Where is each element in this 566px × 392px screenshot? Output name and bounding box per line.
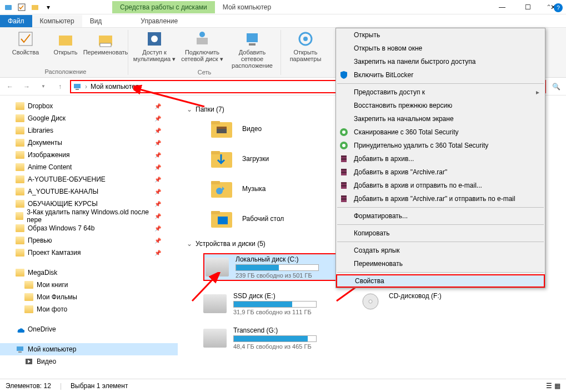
tab-manage[interactable]: Управление xyxy=(133,15,186,27)
forward-button[interactable]: → xyxy=(20,80,33,93)
maximize-button[interactable]: ☐ xyxy=(515,0,540,14)
search-icon[interactable]: 🔍 xyxy=(549,80,563,93)
qat-new-folder[interactable] xyxy=(29,1,41,13)
drive-item[interactable]: SSD диск (E:)31,9 ГБ свободно из 111 ГБ xyxy=(203,292,348,315)
map-drive-button[interactable]: Подключить сетевой диск ▾ xyxy=(181,30,224,62)
folder-name: Рабочий стол xyxy=(242,215,284,223)
tiles-view-icon[interactable]: ▦ xyxy=(554,382,560,390)
menu-item[interactable]: Закрепить на начальном экране xyxy=(336,112,545,125)
pin-icon: 📌 xyxy=(154,103,161,109)
menu-item[interactable]: Копировать xyxy=(336,227,545,240)
file-tab[interactable]: Файл xyxy=(0,15,32,27)
qat-dropdown[interactable]: ▾ xyxy=(42,1,54,13)
group-label: Расположение xyxy=(45,68,87,75)
menu-item[interactable]: Закрепить на панели быстрого доступа xyxy=(336,55,545,68)
tree-item[interactable]: OneDrive xyxy=(0,323,178,335)
item-count: Элементов: 12 xyxy=(6,382,51,390)
menu-item[interactable]: Добавить в архив "Archive.rar" xyxy=(336,165,545,179)
help-icon[interactable]: ? xyxy=(554,3,563,12)
qat-properties[interactable] xyxy=(16,1,28,13)
add-network-button[interactable]: Добавить сетевое расположение xyxy=(228,30,276,69)
svg-rect-9 xyxy=(197,38,208,44)
menu-separator xyxy=(337,272,544,273)
svg-rect-4 xyxy=(59,36,72,46)
tree-item[interactable]: Проект Камтазия📌 xyxy=(0,247,178,259)
svg-rect-22 xyxy=(211,121,220,124)
tree-item[interactable]: Anime Content📌 xyxy=(0,161,178,173)
drive-item[interactable]: Transcend (G:)48,4 ГБ свободно из 465 ГБ xyxy=(203,326,348,350)
back-button[interactable]: ← xyxy=(3,80,17,93)
tab-view[interactable]: Вид xyxy=(82,15,110,27)
tree-item[interactable]: 3-Как удалить папку Windows.old после пе… xyxy=(0,210,178,222)
svg-rect-40 xyxy=(341,155,347,157)
tree-item[interactable]: Документы📌 xyxy=(0,137,178,149)
ribbon-group-location: Свойства Открыть Переименовать Расположе… xyxy=(3,30,128,75)
menu-label: Открыть в новом окне xyxy=(354,44,422,52)
tree-item[interactable]: Libraries📌 xyxy=(0,124,178,137)
chevron-down-icon: ⌄ xyxy=(187,105,192,113)
drive-bar xyxy=(233,301,317,308)
open-settings-button[interactable]: Открыть параметры xyxy=(285,30,325,62)
tree-item[interactable]: Изображения📌 xyxy=(0,149,178,161)
tree-label: Превью xyxy=(28,237,52,244)
open-button[interactable]: Открыть xyxy=(48,30,83,56)
pc-icon xyxy=(73,82,82,91)
tree-item[interactable]: Видео xyxy=(0,355,178,368)
tree-item[interactable]: A-YOUTUBE-ОБУЧЕНИЕ📌 xyxy=(0,173,178,185)
menu-label: Предоставить доступ к xyxy=(354,88,425,96)
rar-icon xyxy=(339,181,348,190)
drive-item[interactable]: Локальный диск (C:)239 ГБ свободно из 50… xyxy=(203,253,348,281)
menu-separator xyxy=(337,224,544,225)
svg-rect-47 xyxy=(341,185,347,187)
menu-separator xyxy=(337,83,544,84)
rename-button[interactable]: Переименовать xyxy=(88,30,123,56)
menu-item[interactable]: Добавить в архив... xyxy=(336,152,545,165)
tree-item[interactable]: Мои книги xyxy=(0,279,178,291)
menu-item[interactable]: Переименовать xyxy=(336,257,545,270)
minimize-button[interactable]: — xyxy=(489,0,515,14)
tree-label: Образ Windows 7 64b xyxy=(28,224,94,232)
tree-item[interactable]: Мои фото xyxy=(0,303,178,315)
menu-item[interactable]: Восстановить прежнюю версию xyxy=(336,99,545,112)
tree-label: Google Диск xyxy=(28,114,66,122)
tree-item[interactable]: Мой компьютер xyxy=(0,343,178,355)
menu-item[interactable]: Сканирование с 360 Total Security xyxy=(336,125,545,139)
pin-icon: 📌 xyxy=(154,140,161,146)
menu-item[interactable]: Включить BitLocker xyxy=(336,68,545,82)
nav-pane[interactable]: Dropbox📌Google Диск📌Libraries📌Документы📌… xyxy=(0,96,178,379)
tree-item[interactable]: MegaDisk xyxy=(0,267,178,279)
qat-icon[interactable] xyxy=(2,1,14,13)
tree-item[interactable]: Google Диск📌 xyxy=(0,112,178,124)
properties-button[interactable]: Свойства xyxy=(8,30,43,56)
menu-label: Добавить в архив "Archive.rar" и отправи… xyxy=(354,195,515,203)
details-view-icon[interactable]: ☰ xyxy=(546,382,552,390)
tree-item[interactable]: Мои Фильмы xyxy=(0,291,178,303)
recent-button[interactable]: ▼ xyxy=(37,80,50,93)
pin-icon: 📌 xyxy=(154,177,161,183)
tree-item[interactable]: Превью📌 xyxy=(0,234,178,247)
menu-item[interactable]: Свойства xyxy=(336,274,545,288)
drive-item[interactable]: CD-дисковод (F:) xyxy=(359,292,503,315)
menu-item[interactable]: Предоставить доступ к▸ xyxy=(336,86,545,99)
menu-item[interactable]: Открыть xyxy=(336,28,545,42)
rar-icon xyxy=(339,194,348,203)
tree-item[interactable]: A_YOUTUBE-КАНАЛЫ📌 xyxy=(0,185,178,198)
drive-icon xyxy=(203,329,227,348)
up-button[interactable]: ↑ xyxy=(53,80,67,93)
menu-label: Форматировать... xyxy=(354,212,408,220)
menu-item[interactable]: Форматировать... xyxy=(336,209,545,223)
360-icon xyxy=(339,128,348,137)
collapse-ribbon-icon[interactable]: ⌃ xyxy=(546,3,552,11)
contextual-tab-label: Средства работы с дисками xyxy=(112,1,215,13)
menu-item[interactable]: Добавить в архив и отправить по e-mail..… xyxy=(336,179,545,192)
media-access-button[interactable]: Доступ к мультимедиа ▾ xyxy=(133,30,176,62)
menu-item[interactable]: Открыть в новом окне xyxy=(336,42,545,55)
svg-rect-44 xyxy=(341,172,347,173)
tree-item[interactable]: Образ Windows 7 64b📌 xyxy=(0,222,178,234)
menu-item[interactable]: Создать ярлык xyxy=(336,244,545,257)
drive-stat: 48,4 ГБ свободно из 465 ГБ xyxy=(233,343,348,350)
menu-item[interactable]: Добавить в архив "Archive.rar" и отправи… xyxy=(336,192,545,205)
tab-computer[interactable]: Компьютер xyxy=(32,15,82,27)
tree-item[interactable]: Dropbox📌 xyxy=(0,100,178,112)
menu-item[interactable]: Принудительно удалить с 360 Total Securi… xyxy=(336,139,545,152)
